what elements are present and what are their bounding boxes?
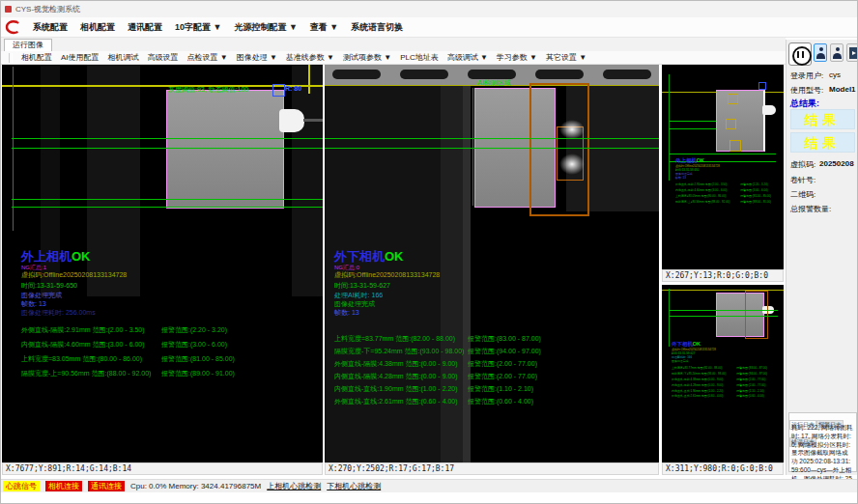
menu-bar: 系统配置 相机配置 通讯配置 10字配置 ▼ 光源控制配置 ▼ 查看 ▼ 系统语… bbox=[1, 17, 858, 38]
alarm-range: 报警范围:(83.00 - 87.00) bbox=[736, 366, 767, 370]
menu-comm-config[interactable]: 通讯配置 bbox=[128, 21, 162, 34]
measurement-value: 外侧直线-隔膜:2.91mm 范围:(2.00 - 3.50) bbox=[675, 182, 728, 185]
measurement-value: 内侧直线-直线:1.90mm 范围:(1.00 - 2.20) bbox=[672, 389, 724, 392]
measurement-row: 外侧直线-隔膜:2.91mm 范围:(2.00 - 3.50)报警范围:(2.2… bbox=[21, 325, 145, 335]
title-bar: CYS-视觉检测系统 bbox=[1, 1, 858, 18]
pause-button[interactable] bbox=[788, 42, 812, 66]
tool-spot-check[interactable]: 点检设置 ▼ bbox=[187, 52, 228, 63]
machine-slot bbox=[332, 70, 381, 79]
connector-cable bbox=[303, 119, 323, 122]
thumbnail-upper-camera[interactable]: 外上相机OK 虚拟码:Offline20250208133134728 时间:1… bbox=[662, 65, 784, 269]
menu-camera-config[interactable]: 相机配置 bbox=[80, 21, 115, 34]
measurement-value: 上料宽度=83.77mm 范围:(82.00 - 88.00) bbox=[334, 335, 455, 342]
virtual-code-label: 虚拟码: bbox=[790, 159, 815, 170]
measurement-value: 外侧直线-隔膜:2.91mm 范围:(2.00 - 3.50) bbox=[21, 326, 145, 333]
yellow-marker-box bbox=[729, 140, 741, 152]
orange-roi-box bbox=[745, 291, 768, 339]
measurement-row: 隔膜宽度-上=90.56mm 范围:(88.00 - 92.00)报警范围:(8… bbox=[675, 200, 729, 204]
measurement-value: 上料宽度=83.05mm 范围:(80.00 - 86.00) bbox=[21, 355, 142, 362]
measurement-row: 内侧直线-直线:1.90mm 范围:(1.00 - 2.20)报警范围:(1.1… bbox=[672, 389, 724, 393]
tool-advanced-debug[interactable]: 高级调试 ▼ bbox=[447, 52, 488, 63]
right-sidebar: 登录用户: cys 使用型号: Model1 总结果: 结果 结果 虚拟码: 2… bbox=[786, 40, 858, 475]
measurement-row: 内侧直线-直线:1.90mm 范围:(1.00 - 2.20)报警范围:(1.1… bbox=[334, 384, 458, 394]
machine-slot bbox=[535, 70, 584, 79]
menu-system-config[interactable]: 系统配置 bbox=[33, 21, 68, 34]
menu-language-switch[interactable]: 系统语言切换 bbox=[351, 21, 403, 34]
pause-bar bbox=[797, 51, 799, 58]
brand-logo-icon bbox=[5, 19, 20, 35]
process-elapsed-label: 图像处理耗时: 256.00ms bbox=[21, 308, 96, 318]
green-measure-line bbox=[12, 138, 323, 139]
thumbnail-lower-camera[interactable]: 外下相机OK 虚拟码:Offline20250208133134728 时间:1… bbox=[662, 285, 784, 462]
tool-advanced-settings[interactable]: 高级设置 bbox=[148, 52, 179, 63]
green-measure-line bbox=[325, 148, 659, 149]
alarm-range: 报警范围:(2.00 - 77.00) bbox=[468, 359, 537, 369]
alarm-range: 报警范围:(89.00 - 91.00) bbox=[740, 200, 771, 204]
tool-image-processing[interactable]: 图像处理 ▼ bbox=[237, 52, 277, 63]
measurement-row: 内侧直线-隔膜:4.60mm 范围:(3.00 - 6.00)报警范围:(3.0… bbox=[21, 340, 145, 350]
green-measure-line bbox=[12, 207, 323, 208]
result-ok-badge: OK bbox=[385, 249, 404, 264]
measurement-value: 上料宽度=83.77mm 范围:(82.00 - 88.00) bbox=[672, 366, 723, 369]
measurement-value: 隔膜宽度-上=90.56mm 范围:(88.00 - 92.00) bbox=[675, 200, 729, 203]
model-label: 使用型号: bbox=[790, 85, 823, 96]
tool-other-settings[interactable]: 其它设置 ▼ bbox=[546, 52, 586, 63]
user-button-selected[interactable] bbox=[814, 43, 827, 62]
measurement-row: 内侧直线-隔膜:4.28mm 范围:(0.00 - 9.00)报警范围:(2.0… bbox=[334, 372, 458, 381]
machine-slot bbox=[603, 70, 651, 79]
camera-name: 外上相机 bbox=[21, 249, 72, 264]
measurement-value: 内侧直线-隔膜:4.60mm 范围:(3.00 - 6.00) bbox=[21, 341, 145, 348]
thumb2-pixel-coordinates: X:311;Y:980;R:0;G:0;B:0 bbox=[662, 462, 784, 475]
light-flare bbox=[559, 120, 585, 139]
tool-learning-params[interactable]: 学习参数 ▼ bbox=[497, 52, 537, 63]
left-camera-view[interactable]: R: 80 灰度阈值:93, 动态阈值:100 外上相机OK NG汇总:1 虚拟… bbox=[2, 65, 323, 462]
tab-run-image[interactable]: 运行图像 bbox=[4, 39, 52, 51]
needle-number-label: 卷针号: bbox=[790, 175, 815, 185]
upper-camera-heartbeat-link[interactable]: 上相机心跳检测 bbox=[267, 481, 321, 491]
measurement-row: 内侧直线-隔膜:4.28mm 范围:(0.00 - 9.00)报警范围:(2.0… bbox=[672, 383, 724, 387]
tool-camera-config[interactable]: 相机配置 bbox=[21, 52, 52, 63]
alarm-range: 报警范围:(0.60 - 4.00) bbox=[468, 397, 533, 406]
menu-light-config[interactable]: 光源控制配置 ▼ bbox=[234, 21, 297, 34]
capture-time: 时间:13-31-59-627 bbox=[334, 281, 390, 291]
alarm-range: 报警范围:(3.00 - 6.00) bbox=[161, 340, 227, 350]
thumb1-pixel-coordinates: X:267;Y:13;R:0;G:0;B:0 bbox=[662, 269, 784, 282]
measurement-row: 上料宽度=83.77mm 范围:(82.00 - 88.00)报警范围:(83.… bbox=[672, 366, 723, 370]
green-guide-line bbox=[669, 74, 670, 181]
middle-camera-view[interactable]: AI检测区域 外下相机OK NG汇总:0 虚拟码:Offline20250208… bbox=[325, 65, 659, 462]
menu-view[interactable]: 查看 ▼ bbox=[310, 21, 338, 34]
tool-camera-debug[interactable]: 相机调试 bbox=[108, 52, 139, 63]
green-measure-line bbox=[670, 128, 716, 129]
green-guide-line bbox=[472, 88, 473, 206]
tool-ai-usage-config[interactable]: AI使用配置 bbox=[61, 52, 100, 63]
alarm-range: 报警范围:(2.00 - 77.00) bbox=[468, 372, 537, 381]
tool-baseline-params[interactable]: 基准线参数 ▼ bbox=[286, 52, 334, 63]
toolbar-grip bbox=[9, 53, 13, 63]
app-icon bbox=[5, 6, 12, 13]
log-panel: 运行日志报警日志错误日志 耗时: 222, 网络传图耗时: 17, 网络分发耗时… bbox=[788, 412, 857, 472]
measurement-row: 外侧直线-隔膜:4.38mm 范围:(0.00 - 9.00)报警范围:(2.0… bbox=[672, 378, 724, 381]
tool-plc-address-table[interactable]: PLC地址表 bbox=[400, 52, 439, 63]
light-flare bbox=[559, 154, 585, 175]
alarm-range: 报警范围:(89.00 - 91.00) bbox=[161, 369, 235, 378]
yellow-guide-line bbox=[308, 65, 310, 94]
measurement-row: 内侧直线-隔膜:4.60mm 范围:(3.00 - 6.00)报警范围:(3.0… bbox=[675, 188, 728, 192]
yellow-marker-box bbox=[726, 119, 736, 129]
alarm-range: 报警范围:(83.00 - 87.00) bbox=[468, 334, 541, 344]
pause-bar bbox=[802, 51, 804, 58]
operator-button[interactable] bbox=[830, 43, 844, 62]
green-measure-line bbox=[12, 148, 323, 149]
measurement-row: 隔膜宽度-下=95.24mm 范围:(93.00 - 98.00)报警范围:(9… bbox=[334, 347, 464, 356]
measurement-value: 外侧直线-隔膜:4.38mm 范围:(0.00 - 9.00) bbox=[672, 378, 724, 380]
alarm-range: 报警范围:(94.00 - 97.00) bbox=[468, 347, 541, 356]
frame-count-label: 帧数: 13 bbox=[334, 308, 359, 318]
middle-pixel-coordinates: X:270;Y:2502;R:17;G:17;B:17 bbox=[325, 462, 659, 475]
exit-door-icon bbox=[849, 47, 858, 59]
measurement-value: 外侧直线-直线:2.61mm 范围:(0.60 - 4.00) bbox=[672, 395, 724, 398]
logout-button[interactable] bbox=[846, 43, 858, 62]
app-window: CYS-视觉检测系统 系统配置 相机配置 通讯配置 10字配置 ▼ 光源控制配置… bbox=[0, 0, 858, 504]
alarm-range: 报警范围:(2.00 - 77.00) bbox=[736, 383, 765, 387]
tool-test-params[interactable]: 测试项参数 ▼ bbox=[343, 52, 391, 63]
lower-camera-heartbeat-link[interactable]: 下相机心跳检测 bbox=[327, 481, 381, 491]
menu-cross-config[interactable]: 10字配置 ▼ bbox=[175, 21, 221, 34]
